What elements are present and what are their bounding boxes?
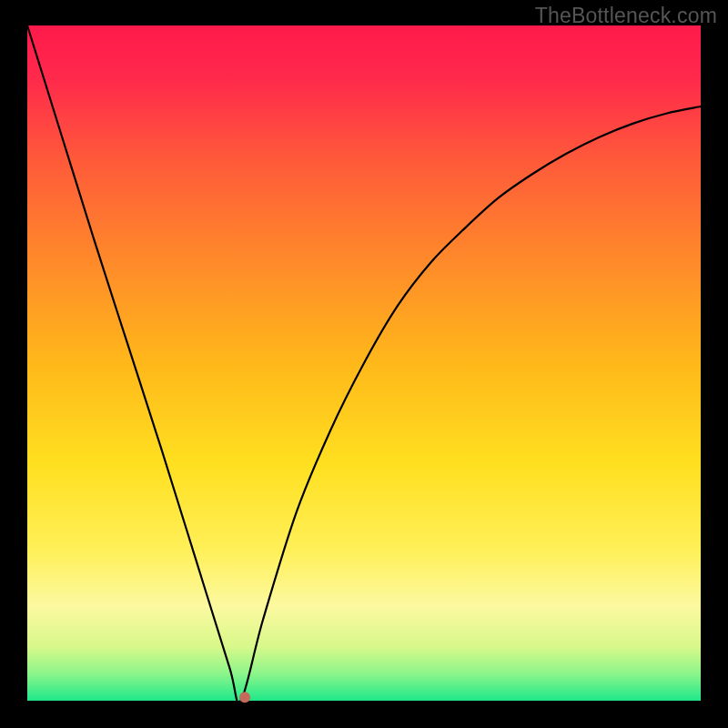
watermark-text: TheBottleneck.com xyxy=(535,4,717,28)
minimum-marker xyxy=(239,692,250,703)
bottleneck-chart xyxy=(0,0,728,728)
